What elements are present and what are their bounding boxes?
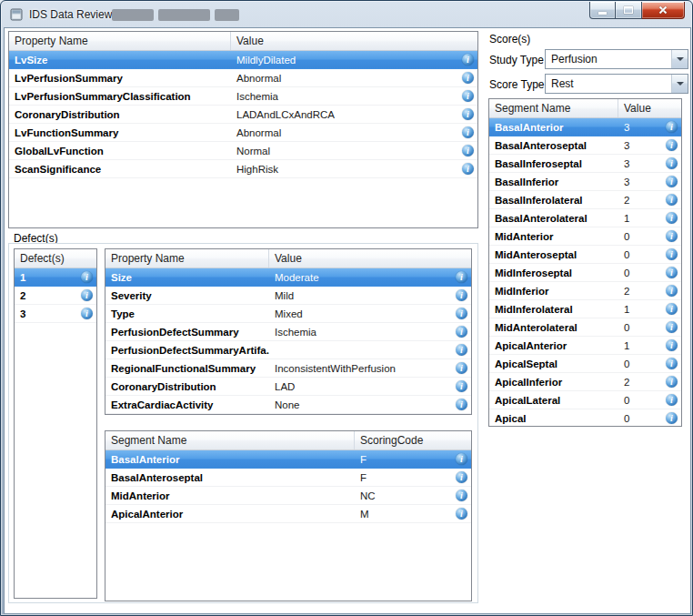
minimize-button[interactable]	[589, 2, 616, 19]
info-icon[interactable]	[456, 508, 467, 520]
info-icon[interactable]	[462, 145, 474, 157]
info-icon[interactable]	[666, 248, 678, 260]
info-icon[interactable]	[462, 126, 474, 138]
info-icon[interactable]	[81, 308, 93, 319]
table-row[interactable]: Apical 0	[489, 409, 681, 427]
info-icon[interactable]	[462, 163, 474, 175]
table-row[interactable]: PerfusionDefectSummaryArtifa...	[105, 341, 471, 359]
column-header-defects[interactable]: Defect(s)	[15, 249, 96, 268]
table-row[interactable]: Size Moderate	[105, 268, 471, 287]
table-row[interactable]: MidInferior 2	[489, 282, 681, 300]
table-row[interactable]: Type Mixed	[105, 305, 471, 323]
info-icon[interactable]	[462, 54, 474, 66]
table-row[interactable]: MidAnterior 0	[489, 227, 681, 246]
table-row[interactable]: GlobalLvFunction Normal	[9, 142, 477, 160]
row-name: BasalInferior	[489, 177, 618, 187]
table-row[interactable]: ApicalSeptal 0	[489, 355, 681, 373]
info-icon[interactable]	[666, 157, 678, 169]
table-row[interactable]: CoronaryDistribution LAD	[105, 378, 471, 396]
table-row[interactable]: BasalAnterior F	[105, 450, 471, 469]
column-header-property-name[interactable]: Property Name	[105, 249, 269, 268]
column-header-value[interactable]: Value	[231, 32, 477, 50]
table-row[interactable]: ApicalInferior 2	[489, 373, 681, 391]
info-icon[interactable]	[462, 108, 474, 120]
table-row[interactable]: ApicalAnterior 1	[489, 337, 681, 355]
info-icon[interactable]	[456, 289, 467, 301]
defect-list-item[interactable]: 3	[15, 305, 96, 323]
table-row[interactable]: MidInferolateral 1	[489, 300, 681, 318]
titlebar[interactable]: IDS Data Review	[1, 1, 692, 28]
info-icon[interactable]	[666, 230, 678, 242]
table-row[interactable]: BasalAnterolateral 1	[489, 209, 681, 227]
table-row[interactable]: BasalAnterior 3	[489, 118, 681, 136]
table-row[interactable]: PerfusionDefectSummary Ischemia	[105, 323, 471, 341]
table-row[interactable]: MidAnterolateral 0	[489, 318, 681, 337]
column-header-scoring-code[interactable]: ScoringCode	[355, 431, 471, 449]
column-header-property-name[interactable]: Property Name	[9, 32, 231, 50]
column-header-segment-name[interactable]: Segment Name	[105, 431, 355, 449]
info-icon[interactable]	[456, 399, 467, 410]
info-icon[interactable]	[462, 72, 474, 84]
table-row[interactable]: BasalInferolateral 2	[489, 191, 681, 209]
table-row[interactable]: Severity Mild	[105, 287, 471, 305]
info-icon[interactable]	[666, 358, 678, 369]
dropdown-button[interactable]	[671, 50, 688, 68]
study-type-combobox[interactable]: Perfusion	[545, 49, 688, 69]
table-row[interactable]: BasalAnteroseptal 3	[489, 136, 681, 155]
table-row[interactable]: ScanSignificance HighRisk	[9, 160, 477, 178]
table-row[interactable]: MidAnteroseptal 0	[489, 246, 681, 264]
column-header-segment-name[interactable]: Segment Name	[489, 99, 618, 117]
table-row[interactable]: ExtraCardiacActivity None	[105, 396, 471, 414]
info-icon[interactable]	[666, 339, 678, 351]
info-icon[interactable]	[456, 380, 467, 392]
maximize-button[interactable]	[616, 2, 642, 19]
row-name: BasalInferoseptal	[489, 158, 618, 169]
column-header-value[interactable]: Value	[618, 99, 681, 117]
info-icon[interactable]	[666, 376, 678, 388]
info-icon[interactable]	[666, 121, 678, 133]
info-icon[interactable]	[456, 326, 467, 338]
info-icon[interactable]	[666, 194, 678, 206]
table-row[interactable]: MidAnterior NC	[105, 487, 471, 505]
info-icon[interactable]	[666, 412, 678, 424]
defect-list-item[interactable]: 2	[15, 287, 96, 305]
table-row[interactable]: ApicalAnterior M	[105, 505, 471, 523]
table-row[interactable]: ApicalLateral 0	[489, 391, 681, 409]
table-body: 1 2 3	[15, 268, 96, 323]
info-icon[interactable]	[456, 344, 467, 356]
info-icon[interactable]	[456, 490, 467, 501]
info-icon[interactable]	[666, 394, 678, 406]
table-row[interactable]: BasalInferoseptal 3	[489, 155, 681, 173]
info-icon[interactable]	[456, 271, 467, 283]
info-icon[interactable]	[456, 362, 467, 374]
info-icon[interactable]	[666, 176, 678, 187]
score-type-combobox[interactable]: Rest	[545, 74, 688, 94]
info-icon[interactable]	[666, 267, 678, 278]
info-icon[interactable]	[666, 303, 678, 315]
info-icon[interactable]	[666, 212, 678, 224]
close-button[interactable]	[642, 2, 685, 19]
info-icon[interactable]	[666, 285, 678, 297]
info-icon[interactable]	[81, 271, 93, 283]
table-row[interactable]: CoronaryDistribution LADAndLCxAndRCA	[9, 106, 477, 124]
info-icon[interactable]	[462, 90, 474, 102]
row-name: MidAnteroseptal	[489, 249, 618, 260]
defect-segment-scoring-table: Segment Name ScoringCode BasalAnterior F…	[105, 430, 472, 601]
table-row[interactable]: LvPerfusionSummary Abnormal	[9, 69, 477, 87]
info-icon[interactable]	[666, 139, 678, 151]
info-icon[interactable]	[456, 453, 467, 465]
info-icon[interactable]	[456, 471, 467, 483]
table-row[interactable]: RegionalFunctionalSummary InconsistentWi…	[105, 359, 471, 378]
info-icon[interactable]	[666, 321, 678, 333]
table-row[interactable]: LvSize MildlyDilated	[9, 51, 477, 69]
table-row[interactable]: LvPerfusionSummaryClassification Ischemi…	[9, 87, 477, 106]
dropdown-button[interactable]	[671, 75, 688, 93]
info-icon[interactable]	[81, 289, 93, 301]
info-icon[interactable]	[456, 308, 467, 319]
table-row[interactable]: BasalInferior 3	[489, 173, 681, 191]
table-row[interactable]: BasalAnteroseptal F	[105, 469, 471, 487]
defect-list-item[interactable]: 1	[15, 268, 96, 287]
table-row[interactable]: MidInferoseptal 0	[489, 264, 681, 282]
table-row[interactable]: LvFunctionSummary Abnormal	[9, 124, 477, 142]
column-header-value[interactable]: Value	[269, 249, 471, 268]
